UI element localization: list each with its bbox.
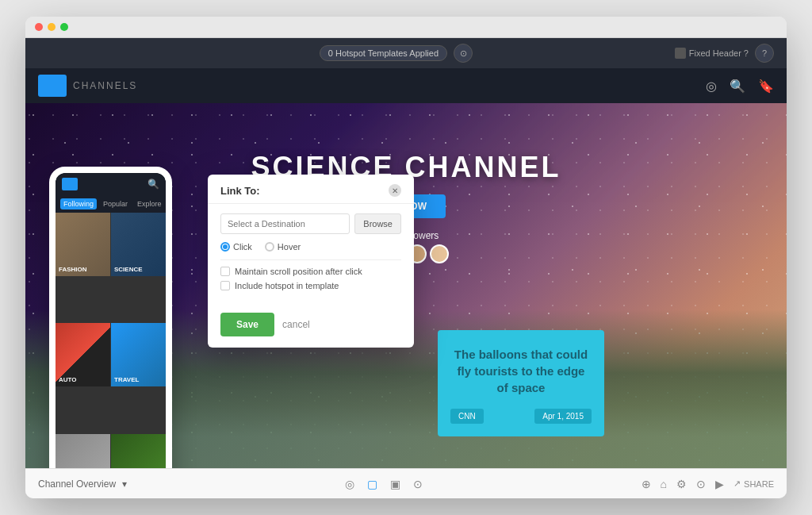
phone-header: 🔍 (56, 173, 166, 195)
article-card-title: The balloons that could fly tourists to … (450, 346, 592, 396)
logo-box (38, 75, 67, 97)
channels-label: CHANNELS (73, 80, 137, 91)
timer-icon[interactable]: ⊙ (413, 478, 423, 490)
include-hotspot-label: Include hotspot in template (235, 281, 339, 290)
modal-input-row: Browse (220, 213, 401, 234)
phone-card-fashion[interactable]: FASHION (56, 213, 110, 276)
save-button[interactable]: Save (220, 313, 274, 336)
click-radio[interactable]: Click (220, 242, 252, 252)
include-hotspot-checkbox-row: Include hotspot in template (220, 281, 401, 290)
modal-divider (220, 259, 401, 260)
fixed-header-toggle[interactable]: Fixed Header ? (675, 48, 749, 59)
phone-card-environment[interactable]: ENVIRONMENT (111, 434, 166, 468)
destination-input[interactable] (220, 213, 350, 234)
channel-overview-label: Channel Overview (38, 478, 116, 490)
minimize-dot[interactable] (48, 23, 56, 31)
scroll-position-checkbox[interactable] (220, 267, 230, 276)
toolbar-right: Fixed Header ? ? (675, 44, 774, 63)
app-logo: CHANNELS (38, 75, 137, 97)
phone-tab-popular[interactable]: Popular (100, 198, 131, 209)
question-icon[interactable]: ? (755, 44, 774, 63)
hotspot-count[interactable]: 0 Hotspot Templates Applied (320, 45, 447, 61)
click-label: Click (233, 242, 252, 252)
main-content: SCIENCE CHANNEL FOLLOW 234K Followers Th… (25, 103, 787, 468)
phone-logo (62, 178, 78, 190)
eye-icon[interactable]: ◎ (706, 79, 717, 94)
phone-inner: 🔍 Following Popular Explore FASHION SCIE… (56, 173, 166, 468)
avatar (430, 244, 449, 263)
bottom-toolbar-center: ◎ ▢ ▣ ⊙ (345, 478, 423, 490)
phone-tab-following[interactable]: Following (60, 198, 97, 209)
forward-icon[interactable]: ▶ (715, 478, 724, 490)
link-icon[interactable]: ⊙ (696, 478, 706, 490)
cancel-link[interactable]: cancel (282, 319, 310, 330)
modal-dialog: Link To: ✕ Browse Click Hover (208, 175, 414, 348)
bottom-toolbar-left: Channel Overview ▾ (38, 478, 127, 490)
frame-icon[interactable]: ▢ (367, 478, 377, 490)
modal-actions: Save cancel (208, 305, 414, 348)
article-card-footer: CNN Apr 1, 2015 (450, 409, 592, 424)
article-card: The balloons that could fly tourists to … (438, 330, 604, 436)
search-icon[interactable]: 🔍 (730, 79, 745, 94)
auto-label: AUTO (59, 376, 77, 383)
phone-card-finance[interactable]: FINANCE (56, 434, 110, 468)
close-dot[interactable] (35, 23, 43, 31)
phone-overlay: 🔍 Following Popular Explore FASHION SCIE… (49, 167, 172, 468)
travel-label: TRAVEL (114, 376, 139, 383)
share-network-icon[interactable]: ⊕ (642, 478, 651, 490)
maximize-dot[interactable] (60, 23, 68, 31)
toolbar-timer-icon[interactable]: ⊙ (454, 44, 473, 63)
bottom-toolbar-right: ⊕ ⌂ ⚙ ⊙ ▶ ↗ SHARE (642, 478, 774, 490)
app-header: CHANNELS ◎ 🔍 🔖 (25, 68, 787, 103)
fixed-header-checkbox[interactable] (675, 48, 686, 59)
preview-icon[interactable]: ◎ (345, 478, 354, 490)
source-button[interactable]: CNN (450, 409, 484, 424)
modal-header: Link To: ✕ (208, 175, 414, 204)
home-icon[interactable]: ⌂ (661, 478, 667, 490)
device-icon[interactable]: ▣ (390, 478, 400, 490)
phone-grid: FASHION SCIENCE AUTO TRAVEL FINANCE (56, 213, 166, 468)
hover-radio[interactable]: Hover (265, 242, 301, 252)
browser-chrome (25, 17, 787, 38)
settings-icon[interactable]: ⚙ (676, 478, 687, 490)
modal-close-button[interactable]: ✕ (389, 184, 401, 197)
phone-card-auto[interactable]: AUTO (56, 323, 110, 386)
fixed-header-label: Fixed Header ? (689, 48, 749, 58)
include-hotspot-checkbox[interactable] (220, 281, 230, 290)
modal-radio-row: Click Hover (220, 242, 401, 252)
phone-card-science[interactable]: SCIENCE (111, 213, 166, 276)
modal-title: Link To: (220, 185, 260, 197)
date-button[interactable]: Apr 1, 2015 (534, 409, 592, 424)
browse-button[interactable]: Browse (354, 213, 401, 234)
phone-tab-explore[interactable]: Explore (134, 198, 165, 209)
fashion-label: FASHION (59, 266, 87, 273)
phone-search-icon[interactable]: 🔍 (147, 179, 159, 190)
toolbar-center: 0 Hotspot Templates Applied ⊙ (320, 44, 473, 63)
share-arrow-icon: ↗ (733, 478, 741, 489)
hover-label: Hover (278, 242, 301, 252)
header-icons: ◎ 🔍 🔖 (706, 79, 774, 94)
dropdown-arrow-icon: ▾ (122, 478, 127, 490)
browser-window: 0 Hotspot Templates Applied ⊙ Fixed Head… (25, 17, 787, 498)
share-button[interactable]: ↗ SHARE (733, 478, 774, 489)
modal-body: Browse Click Hover Maintain scroll posit (208, 204, 414, 305)
bookmark-icon[interactable]: 🔖 (758, 79, 774, 94)
scroll-position-checkbox-row: Maintain scroll position after click (220, 267, 401, 276)
click-radio-dot (220, 242, 230, 252)
phone-card-travel[interactable]: TRAVEL (111, 323, 166, 386)
share-label: SHARE (744, 479, 774, 489)
app-toolbar: 0 Hotspot Templates Applied ⊙ Fixed Head… (25, 38, 787, 68)
bottom-toolbar: Channel Overview ▾ ◎ ▢ ▣ ⊙ ⊕ ⌂ ⚙ ⊙ ▶ ↗ S… (25, 468, 787, 498)
phone-tabs: Following Popular Explore (56, 195, 166, 213)
scroll-position-label: Maintain scroll position after click (235, 267, 362, 276)
hover-radio-dot (265, 242, 274, 252)
science-label: SCIENCE (114, 266, 143, 273)
